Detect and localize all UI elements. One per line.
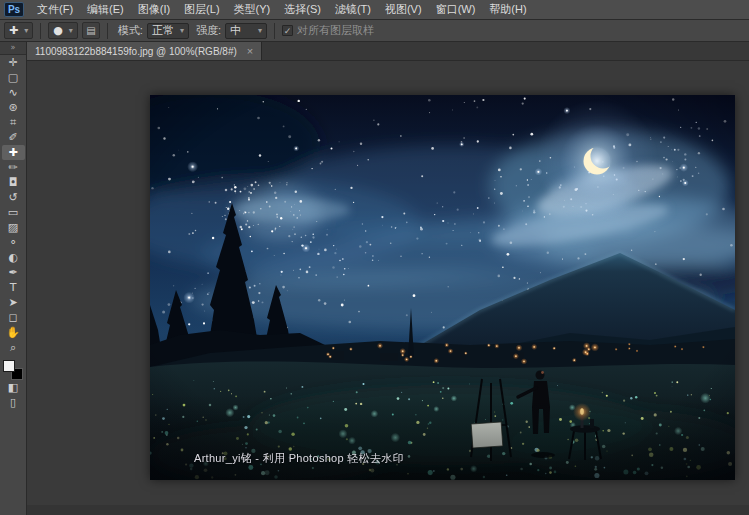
pen-tool[interactable]: ✒ — [2, 265, 25, 280]
photoshop-logo: Ps — [4, 2, 24, 17]
menu-select[interactable]: 选择(S) — [277, 0, 328, 19]
quick-mask-button[interactable]: ◧ — [2, 380, 25, 395]
menu-image[interactable]: 图像(I) — [131, 0, 177, 19]
collapse-tools-button[interactable]: » — [0, 42, 26, 55]
bottom-shadow — [150, 395, 735, 480]
strength-label: 强度: — [196, 23, 221, 38]
document-tab-title: 1100983122b884159fo.jpg @ 100%(RGB/8#) — [35, 46, 237, 57]
crop-tool-icon: ⌗ — [10, 116, 16, 129]
starry-night-image — [150, 95, 735, 480]
clone-stamp-tool-icon: ◘ — [9, 176, 18, 189]
lasso-tool-icon: ∿ — [8, 86, 17, 99]
blur-tool[interactable]: ⚬ — [2, 235, 25, 250]
lasso-tool[interactable]: ∿ — [2, 85, 25, 100]
eyedropper-tool-icon: ✐ — [8, 131, 17, 144]
menu-help[interactable]: 帮助(H) — [482, 0, 533, 19]
chevron-down-icon: ▾ — [180, 26, 184, 35]
mode-value: 正常 — [152, 23, 174, 38]
document-tab[interactable]: 1100983122b884159fo.jpg @ 100%(RGB/8#) × — [27, 42, 262, 60]
menu-items: 文件(F)编辑(E)图像(I)图层(L)类型(Y)选择(S)滤镜(T)视图(V)… — [30, 0, 534, 19]
move-tool[interactable]: ✛ — [2, 55, 25, 70]
gradient-tool[interactable]: ▨ — [2, 220, 25, 235]
menu-type[interactable]: 类型(Y) — [227, 0, 278, 19]
spot-healing-brush-tool[interactable]: ✚ — [2, 145, 25, 160]
path-selection-tool-icon: ➤ — [8, 296, 17, 309]
photoshop-window: Ps 文件(F)编辑(E)图像(I)图层(L)类型(Y)选择(S)滤镜(T)视图… — [0, 0, 749, 515]
rectangle-tool-icon: ◻ — [8, 311, 17, 324]
mode-dropdown[interactable]: 正常 ▾ — [147, 23, 189, 39]
menu-layer[interactable]: 图层(L) — [177, 0, 226, 19]
foreground-color-swatch[interactable] — [3, 360, 15, 372]
strength-dropdown[interactable]: 中 ▾ — [225, 23, 267, 39]
window-bottom-edge — [27, 505, 749, 515]
zoom-tool-icon: ⌕ — [10, 341, 16, 354]
watermark-text: Arthur_yi铭 - 利用 Photoshop 轻松去水印 — [194, 451, 404, 466]
current-tool-icon: ✚ — [9, 24, 18, 37]
dodge-tool[interactable]: ◐ — [2, 250, 25, 265]
brush-tool-icon: ✏ — [8, 161, 17, 174]
brush-size-picker[interactable]: ● ▾ — [48, 22, 78, 39]
path-selection-tool[interactable]: ➤ — [2, 295, 25, 310]
history-brush-tool[interactable]: ↺ — [2, 190, 25, 205]
tool-buttons: ✛▢∿⊛⌗✐✚✏◘↺▭▨⚬◐✒T➤◻✋⌕ — [2, 55, 25, 355]
document-tab-bar: 1100983122b884159fo.jpg @ 100%(RGB/8#) × — [27, 42, 749, 61]
toggle-brush-panel-button[interactable]: ▤ — [82, 22, 100, 39]
hand-tool[interactable]: ✋ — [2, 325, 25, 340]
crop-tool[interactable]: ⌗ — [2, 115, 25, 130]
clone-stamp-tool[interactable]: ◘ — [2, 175, 25, 190]
pen-tool-icon: ✒ — [8, 266, 17, 279]
strength-value: 中 — [230, 23, 241, 38]
options-bar: ✚ ▾ ● ▾ ▤ 模式: 正常 ▾ 强度: 中 ▾ ✓ 对所有图层取样 — [0, 20, 749, 42]
quick-mask-icon: ◧ — [8, 381, 18, 394]
menu-bar: Ps 文件(F)编辑(E)图像(I)图层(L)类型(Y)选择(S)滤镜(T)视图… — [0, 0, 749, 20]
menu-window[interactable]: 窗口(W) — [429, 0, 483, 19]
dodge-tool-icon: ◐ — [8, 251, 18, 264]
brush-tip-icon: ● — [53, 24, 63, 37]
tool-preset-picker[interactable]: ✚ ▾ — [4, 22, 33, 39]
hand-tool-icon: ✋ — [6, 326, 20, 339]
checkmark-icon: ✓ — [282, 25, 293, 36]
chevron-down-icon: ▾ — [69, 26, 73, 35]
chevron-down-icon: ▾ — [24, 26, 28, 35]
type-tool-icon: T — [10, 281, 17, 294]
quick-selection-tool[interactable]: ⊛ — [2, 100, 25, 115]
separator — [274, 23, 275, 39]
marquee-tool[interactable]: ▢ — [2, 70, 25, 85]
document-area: 1100983122b884159fo.jpg @ 100%(RGB/8#) × — [27, 42, 749, 515]
tools-panel: » ✛▢∿⊛⌗✐✚✏◘↺▭▨⚬◐✒T➤◻✋⌕ ◧ ▯ — [0, 42, 27, 515]
menu-view[interactable]: 视图(V) — [378, 0, 429, 19]
sample-all-layers-label: 对所有图层取样 — [297, 23, 374, 38]
blur-tool-icon: ⚬ — [8, 236, 17, 249]
brush-tool[interactable]: ✏ — [2, 160, 25, 175]
canvas-pasteboard[interactable]: Arthur_yi铭 - 利用 Photoshop 轻松去水印 — [27, 61, 749, 515]
close-tab-icon[interactable]: × — [247, 46, 253, 56]
color-swatches[interactable] — [3, 360, 23, 380]
sample-all-layers-checkbox[interactable]: ✓ 对所有图层取样 — [282, 23, 374, 38]
rectangle-tool[interactable]: ◻ — [2, 310, 25, 325]
screen-mode-icon: ▯ — [10, 396, 16, 409]
marquee-tool-icon: ▢ — [8, 71, 18, 84]
gradient-tool-icon: ▨ — [8, 221, 18, 234]
eraser-tool[interactable]: ▭ — [2, 205, 25, 220]
spot-healing-brush-tool-icon: ✚ — [8, 146, 17, 159]
menu-edit[interactable]: 编辑(E) — [80, 0, 131, 19]
move-tool-icon: ✛ — [8, 56, 17, 69]
quick-selection-tool-icon: ⊛ — [8, 101, 17, 114]
type-tool[interactable]: T — [2, 280, 25, 295]
eyedropper-tool[interactable]: ✐ — [2, 130, 25, 145]
zoom-tool[interactable]: ⌕ — [2, 340, 25, 355]
chevron-down-icon: ▾ — [258, 26, 262, 35]
separator — [107, 23, 108, 39]
history-brush-tool-icon: ↺ — [8, 191, 17, 204]
menu-filter[interactable]: 滤镜(T) — [328, 0, 378, 19]
separator — [40, 23, 41, 39]
eraser-tool-icon: ▭ — [8, 206, 18, 219]
screen-mode-button[interactable]: ▯ — [2, 395, 25, 410]
document-canvas[interactable]: Arthur_yi铭 - 利用 Photoshop 轻松去水印 — [150, 95, 735, 480]
mode-label: 模式: — [118, 23, 143, 38]
menu-file[interactable]: 文件(F) — [30, 0, 80, 19]
